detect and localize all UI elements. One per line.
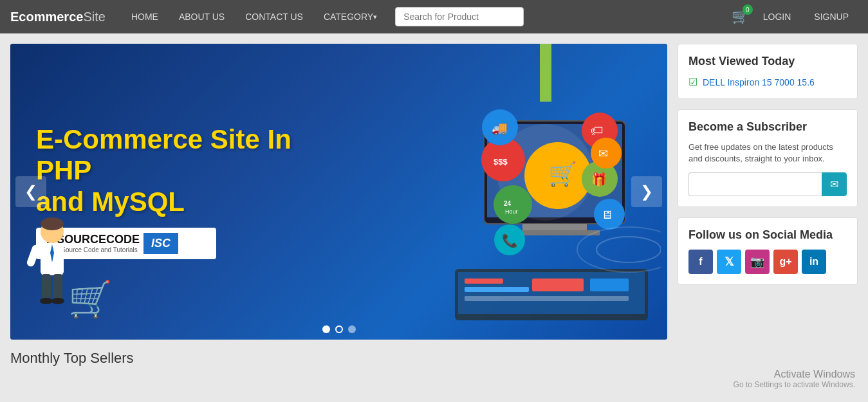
svg-text:🛒: 🛒: [548, 160, 577, 188]
carousel-inner: E-Commerce Site In PHP and MySQL ITSOURC…: [10, 44, 667, 340]
subscriber-card: Become a Subscriber Get free updates on …: [678, 109, 858, 207]
nav-home[interactable]: HOME: [121, 0, 169, 33]
svg-text:🏷: 🏷: [591, 123, 604, 138]
nav-about[interactable]: ABOUT US: [169, 0, 235, 33]
facebook-button[interactable]: f: [688, 250, 713, 274]
svg-text:🚚: 🚚: [492, 120, 508, 136]
svg-rect-6: [465, 279, 503, 284]
svg-text:✉: ✉: [598, 147, 608, 160]
twitter-icon: 𝕏: [725, 255, 734, 269]
cart-button[interactable]: 🛒 0: [732, 8, 749, 25]
cart-graphic: 🛒: [68, 279, 113, 320]
linkedin-button[interactable]: in: [802, 250, 826, 274]
twitter-button[interactable]: 𝕏: [717, 250, 741, 274]
nav-right: 🛒 0 LOGIN SIGNUP: [732, 0, 858, 33]
page-container: E-Commerce Site In PHP and MySQL ITSOURC…: [0, 33, 868, 377]
svg-point-31: [596, 237, 661, 262]
carousel-title: E-Commerce Site In PHP and MySQL: [36, 124, 345, 217]
svg-rect-7: [465, 287, 529, 292]
cart-badge: 0: [743, 5, 753, 15]
carousel-next-button[interactable]: ❯: [631, 176, 662, 207]
subscriber-desc: Get free updates on the latest products …: [688, 142, 847, 165]
carousel-prev-button[interactable]: ❮: [15, 176, 46, 207]
sidebar: Most Viewed Today ☑ DELL Inspiron 15 700…: [678, 44, 858, 285]
carousel-dot-2[interactable]: [335, 325, 343, 333]
logo-box: ISC: [143, 233, 178, 254]
most-viewed-card: Most Viewed Today ☑ DELL Inspiron 15 700…: [678, 44, 858, 99]
main-content: E-Commerce Site In PHP and MySQL ITSOURC…: [10, 44, 667, 367]
check-icon: ☑: [688, 76, 697, 88]
svg-rect-10: [465, 296, 629, 301]
navbar: EcommerceSite HOME ABOUT US CONTACT US C…: [0, 0, 868, 33]
carousel-dots: [322, 325, 356, 333]
nav-links: HOME ABOUT US CONTACT US CATEGORY: [121, 0, 732, 33]
login-button[interactable]: LOGIN: [754, 0, 800, 33]
svg-text:🎁: 🎁: [591, 172, 607, 187]
instagram-button[interactable]: 📷: [745, 250, 770, 274]
svg-rect-5: [458, 272, 645, 314]
instagram-icon: 📷: [750, 255, 764, 269]
envelope-icon: ✉: [830, 179, 838, 190]
subscriber-title: Become a Subscriber: [688, 120, 847, 134]
svg-rect-37: [42, 274, 51, 300]
subscriber-form: ✉: [688, 172, 847, 196]
subscriber-submit-button[interactable]: ✉: [822, 172, 847, 196]
svg-text:🖥: 🖥: [601, 208, 613, 221]
svg-text:Hour: Hour: [505, 208, 518, 215]
carousel-slide: E-Commerce Site In PHP and MySQL ITSOURC…: [10, 44, 667, 340]
most-viewed-title: Most Viewed Today: [688, 55, 847, 68]
social-media-card: Follow us on Social Media f 𝕏 📷 g+ in: [678, 217, 858, 285]
svg-rect-41: [26, 244, 41, 268]
svg-text:📞: 📞: [502, 233, 518, 248]
social-icons: f 𝕏 📷 g+ in: [688, 250, 847, 274]
brand-name-bold: Ecommerce: [10, 10, 83, 24]
svg-point-20: [494, 185, 532, 224]
search-wrap: [395, 7, 524, 26]
nav-category[interactable]: CATEGORY: [313, 0, 387, 33]
carousel-illustration: 🛒 $$$ 🚚 🏷 24 Hour: [384, 50, 661, 333]
carousel: E-Commerce Site In PHP and MySQL ITSOURC…: [10, 44, 667, 340]
signup-button[interactable]: SIGNUP: [805, 0, 858, 33]
svg-rect-38: [53, 274, 62, 300]
monthly-top-sellers-title: Monthly Top Sellers: [10, 350, 667, 367]
nav-contact[interactable]: CONTACT US: [235, 0, 313, 33]
brand-logo[interactable]: EcommerceSite: [10, 10, 106, 24]
carousel-dot-1[interactable]: [322, 325, 330, 333]
most-viewed-link[interactable]: DELL Inspiron 15 7000 15.6: [703, 77, 815, 87]
googleplus-button[interactable]: g+: [773, 250, 798, 274]
carousel-dot-3[interactable]: [348, 325, 356, 333]
most-viewed-item: ☑ DELL Inspiron 15 7000 15.6: [688, 76, 847, 88]
svg-rect-8: [532, 279, 584, 291]
svg-point-34: [41, 217, 64, 230]
svg-rect-9: [590, 279, 629, 291]
search-input[interactable]: [395, 7, 524, 26]
svg-text:24: 24: [504, 200, 512, 207]
svg-text:$$$: $$$: [494, 157, 508, 167]
social-title: Follow us on Social Media: [688, 228, 847, 242]
svg-point-39: [40, 298, 53, 304]
svg-point-40: [51, 298, 64, 304]
subscriber-email-input[interactable]: [688, 172, 822, 196]
brand-name-regular: Site: [83, 10, 105, 24]
